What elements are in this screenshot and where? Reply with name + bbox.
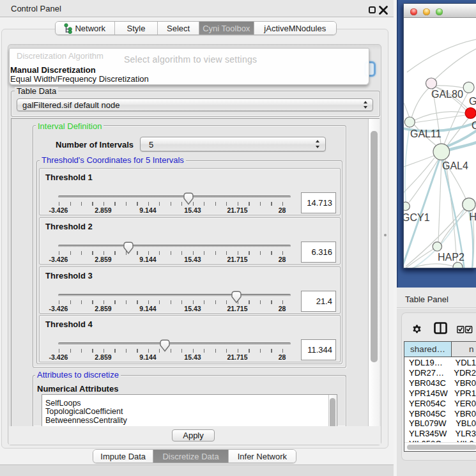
svg-text:GAL11: GAL11 — [410, 128, 441, 139]
svg-text:HAP2: HAP2 — [438, 252, 464, 263]
svg-text:GAL4: GAL4 — [442, 160, 468, 171]
svg-text:C: C — [472, 120, 476, 131]
svg-text:H: H — [470, 211, 476, 222]
svg-text:GAL80: GAL80 — [431, 89, 463, 100]
svg-text:GCY1: GCY1 — [404, 212, 430, 223]
svg-text:GA: GA — [469, 96, 476, 107]
